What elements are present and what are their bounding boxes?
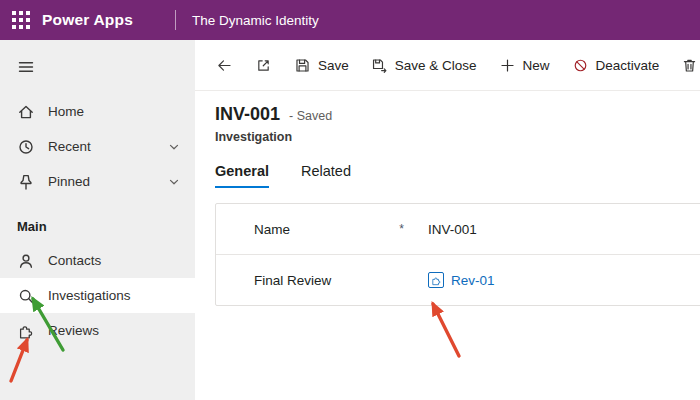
home-icon [17, 103, 35, 121]
form-tabs: General Related [195, 144, 700, 188]
command-bar: Save Save & Close New Deactivate [195, 40, 700, 91]
save-and-close-button-label: Save & Close [395, 58, 477, 73]
sidebar-item-pinned[interactable]: Pinned [0, 164, 195, 199]
environment-name[interactable]: The Dynamic Identity [192, 13, 319, 28]
waffle-icon [12, 11, 30, 29]
tab-general[interactable]: General [215, 163, 269, 188]
sidebar-item-recent[interactable]: Recent [0, 129, 195, 164]
field-label-name: Name * [254, 222, 406, 237]
sidebar-item-label: Contacts [48, 253, 101, 268]
save-icon [294, 57, 311, 74]
top-header: Power Apps The Dynamic Identity [0, 0, 700, 40]
sidebar-item-label: Pinned [48, 174, 90, 189]
sidebar-top-group: Home Recent Pinned [0, 94, 195, 199]
clock-icon [17, 138, 35, 156]
field-label-final-review: Final Review [254, 273, 406, 288]
plus-icon [499, 57, 516, 74]
sidebar-collapse-button[interactable] [0, 50, 195, 84]
sidebar-item-reviews[interactable]: Reviews [0, 313, 195, 348]
app-title: Power Apps [42, 11, 133, 29]
back-button[interactable] [205, 40, 244, 90]
sidebar-item-home[interactable]: Home [0, 94, 195, 129]
trash-icon [681, 57, 698, 74]
header-divider [175, 10, 176, 30]
record-title-row: INV-001 - Saved [215, 104, 700, 125]
power-apps-window: Power Apps The Dynamic Identity Home Rec… [0, 0, 700, 400]
required-indicator: * [399, 222, 404, 236]
deactivate-button-label: Deactivate [596, 58, 660, 73]
tab-related[interactable]: Related [301, 163, 351, 188]
person-icon [17, 252, 35, 270]
review-record-icon[interactable] [428, 272, 444, 288]
field-value-text: INV-001 [428, 222, 477, 237]
deactivate-button[interactable]: Deactivate [561, 40, 671, 90]
sidebar-item-label: Reviews [48, 323, 99, 338]
field-value-final-review: Rev-01 [428, 272, 495, 288]
record-header: INV-001 - Saved Investigation [195, 91, 700, 144]
save-and-close-icon [371, 57, 388, 74]
record-save-status: - Saved [289, 109, 332, 123]
sidebar-item-investigations[interactable]: Investigations [0, 278, 195, 313]
pin-icon [17, 173, 35, 191]
search-icon [17, 287, 35, 305]
sidebar-item-label: Home [48, 104, 84, 119]
record-title: INV-001 [215, 104, 280, 125]
sitemap-sidebar: Home Recent Pinned Main [0, 40, 196, 400]
field-label-text: Name [254, 222, 290, 237]
save-and-close-button[interactable]: Save & Close [360, 40, 488, 90]
form-section-card: Name * INV-001 Final Review Rev-01 [215, 203, 700, 306]
sidebar-item-label: Recent [48, 139, 91, 154]
delete-button[interactable] [670, 40, 700, 90]
puzzle-icon [17, 322, 35, 340]
new-button-label: New [523, 58, 550, 73]
app-launcher-button[interactable] [0, 0, 42, 40]
hamburger-icon [17, 58, 35, 76]
form-field-final-review: Final Review Rev-01 [216, 254, 700, 305]
field-label-text: Final Review [254, 273, 331, 288]
deactivate-icon [572, 57, 589, 74]
chevron-down-icon [167, 140, 181, 154]
sidebar-item-label: Investigations [48, 288, 131, 303]
back-arrow-icon [216, 57, 233, 74]
save-button[interactable]: Save [283, 40, 360, 90]
main-content: Save Save & Close New Deactivate [195, 40, 700, 400]
sidebar-section-main: Main [0, 199, 195, 243]
chevron-down-icon [167, 175, 181, 189]
popout-button[interactable] [244, 40, 283, 90]
record-entity-name: Investigation [215, 130, 700, 144]
popout-icon [255, 57, 272, 74]
sidebar-main-group: Contacts Investigations Reviews [0, 243, 195, 348]
new-button[interactable]: New [488, 40, 561, 90]
final-review-lookup-link[interactable]: Rev-01 [451, 273, 495, 288]
sidebar-item-contacts[interactable]: Contacts [0, 243, 195, 278]
field-value-name[interactable]: INV-001 [428, 222, 477, 237]
save-button-label: Save [318, 58, 349, 73]
form-field-name: Name * INV-001 [216, 204, 700, 254]
